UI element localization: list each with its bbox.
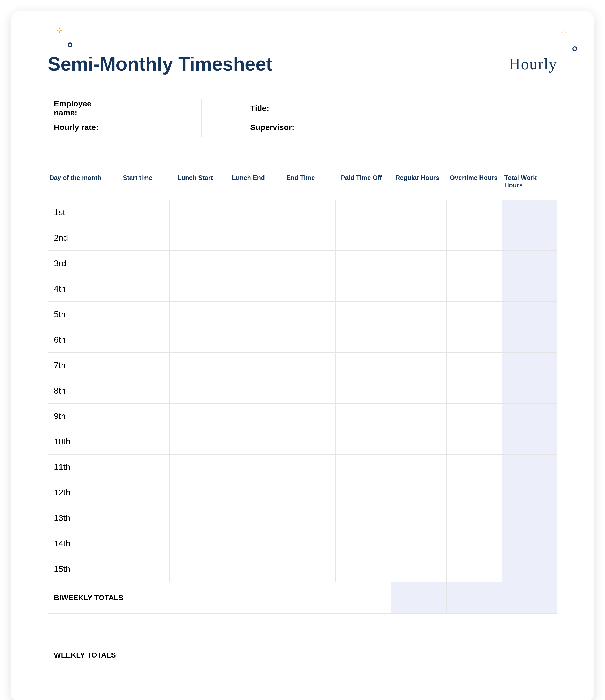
cell-total[interactable]	[502, 454, 557, 480]
cell-start[interactable]	[114, 454, 170, 480]
cell-reg[interactable]	[391, 251, 446, 276]
cell-ot[interactable]	[446, 480, 502, 505]
cell-lunchend[interactable]	[225, 378, 280, 404]
cell-end[interactable]	[280, 404, 336, 429]
cell-pto[interactable]	[336, 505, 391, 531]
cell-end[interactable]	[280, 327, 336, 353]
cell-pto[interactable]	[336, 302, 391, 327]
cell-lunchstart[interactable]	[170, 480, 225, 505]
cell-ot[interactable]	[446, 302, 502, 327]
cell-start[interactable]	[114, 225, 170, 251]
cell-total[interactable]	[502, 302, 557, 327]
cell-lunchend[interactable]	[225, 225, 280, 251]
cell-lunchstart[interactable]	[170, 302, 225, 327]
cell-end[interactable]	[280, 556, 336, 582]
cell-end[interactable]	[280, 505, 336, 531]
hourly-rate-field[interactable]	[111, 118, 202, 137]
biweekly-overtime[interactable]	[446, 582, 502, 614]
cell-pto[interactable]	[336, 404, 391, 429]
cell-lunchstart[interactable]	[170, 327, 225, 353]
cell-lunchend[interactable]	[225, 251, 280, 276]
cell-lunchend[interactable]	[225, 480, 280, 505]
cell-pto[interactable]	[336, 531, 391, 556]
cell-pto[interactable]	[336, 276, 391, 302]
cell-end[interactable]	[280, 454, 336, 480]
cell-end[interactable]	[280, 251, 336, 276]
cell-ot[interactable]	[446, 556, 502, 582]
cell-lunchend[interactable]	[225, 454, 280, 480]
cell-end[interactable]	[280, 353, 336, 378]
cell-pto[interactable]	[336, 429, 391, 454]
cell-start[interactable]	[114, 302, 170, 327]
cell-pto[interactable]	[336, 353, 391, 378]
cell-ot[interactable]	[446, 327, 502, 353]
cell-total[interactable]	[502, 429, 557, 454]
biweekly-regular[interactable]	[391, 582, 446, 614]
employee-name-field[interactable]	[111, 99, 202, 118]
cell-pto[interactable]	[336, 378, 391, 404]
cell-lunchstart[interactable]	[170, 225, 225, 251]
weekly-total[interactable]	[391, 639, 557, 671]
cell-total[interactable]	[502, 225, 557, 251]
cell-lunchend[interactable]	[225, 353, 280, 378]
cell-reg[interactable]	[391, 505, 446, 531]
cell-ot[interactable]	[446, 505, 502, 531]
cell-start[interactable]	[114, 480, 170, 505]
supervisor-field[interactable]	[297, 118, 387, 137]
cell-start[interactable]	[114, 531, 170, 556]
cell-ot[interactable]	[446, 353, 502, 378]
cell-pto[interactable]	[336, 251, 391, 276]
cell-total[interactable]	[502, 404, 557, 429]
cell-ot[interactable]	[446, 251, 502, 276]
cell-start[interactable]	[114, 505, 170, 531]
cell-pto[interactable]	[336, 200, 391, 225]
cell-lunchend[interactable]	[225, 302, 280, 327]
cell-lunchend[interactable]	[225, 327, 280, 353]
cell-lunchend[interactable]	[225, 404, 280, 429]
cell-end[interactable]	[280, 429, 336, 454]
cell-total[interactable]	[502, 327, 557, 353]
cell-lunchstart[interactable]	[170, 505, 225, 531]
cell-ot[interactable]	[446, 378, 502, 404]
cell-lunchend[interactable]	[225, 531, 280, 556]
cell-total[interactable]	[502, 353, 557, 378]
cell-pto[interactable]	[336, 327, 391, 353]
cell-reg[interactable]	[391, 378, 446, 404]
title-field[interactable]	[297, 99, 387, 118]
cell-reg[interactable]	[391, 404, 446, 429]
cell-lunchstart[interactable]	[170, 556, 225, 582]
biweekly-total[interactable]	[502, 582, 557, 614]
cell-end[interactable]	[280, 531, 336, 556]
cell-start[interactable]	[114, 200, 170, 225]
cell-end[interactable]	[280, 378, 336, 404]
cell-total[interactable]	[502, 505, 557, 531]
cell-lunchend[interactable]	[225, 505, 280, 531]
cell-reg[interactable]	[391, 531, 446, 556]
cell-total[interactable]	[502, 556, 557, 582]
cell-reg[interactable]	[391, 429, 446, 454]
cell-lunchstart[interactable]	[170, 429, 225, 454]
cell-lunchstart[interactable]	[170, 454, 225, 480]
cell-total[interactable]	[502, 378, 557, 404]
cell-lunchstart[interactable]	[170, 276, 225, 302]
cell-ot[interactable]	[446, 454, 502, 480]
cell-total[interactable]	[502, 200, 557, 225]
cell-lunchstart[interactable]	[170, 378, 225, 404]
cell-end[interactable]	[280, 302, 336, 327]
cell-total[interactable]	[502, 531, 557, 556]
cell-end[interactable]	[280, 480, 336, 505]
cell-reg[interactable]	[391, 454, 446, 480]
cell-lunchend[interactable]	[225, 429, 280, 454]
cell-start[interactable]	[114, 556, 170, 582]
cell-lunchstart[interactable]	[170, 531, 225, 556]
cell-lunchstart[interactable]	[170, 353, 225, 378]
cell-reg[interactable]	[391, 200, 446, 225]
cell-ot[interactable]	[446, 531, 502, 556]
cell-end[interactable]	[280, 276, 336, 302]
cell-pto[interactable]	[336, 480, 391, 505]
cell-reg[interactable]	[391, 302, 446, 327]
cell-total[interactable]	[502, 251, 557, 276]
cell-start[interactable]	[114, 429, 170, 454]
cell-pto[interactable]	[336, 556, 391, 582]
cell-ot[interactable]	[446, 225, 502, 251]
